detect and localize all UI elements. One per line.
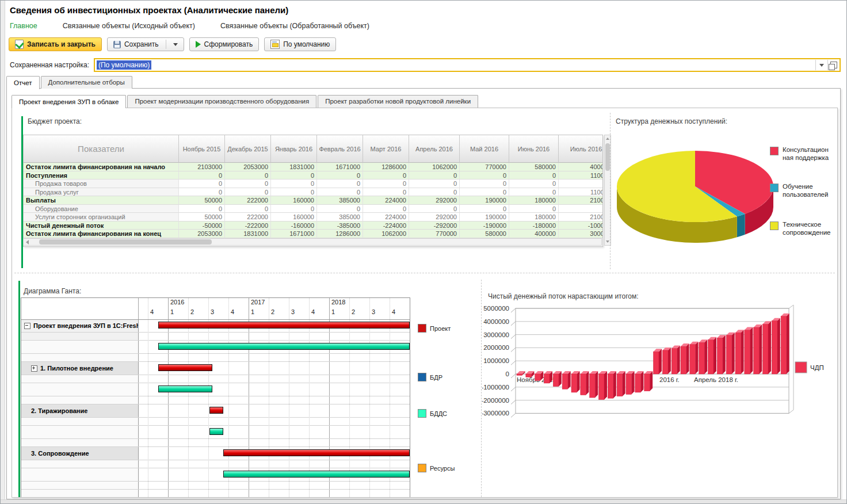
cashflow-bar <box>544 371 553 383</box>
budget-title: Бюджет проекта: <box>28 117 82 125</box>
save-and-close-button[interactable]: Записать и закрыть <box>9 37 102 51</box>
report-frame: Проект внедрения ЗУП в облакеПроект моде… <box>6 88 841 499</box>
cashflow-bar <box>763 321 772 374</box>
play-icon <box>196 41 201 48</box>
tab-project-1[interactable]: Проект модернизации производственного об… <box>127 95 316 108</box>
report-tabs: ОтчетДополнительные отборы <box>6 76 133 89</box>
tab-project-0[interactable]: Проект внедрения ЗУП в облаке <box>12 95 126 108</box>
cashflow-bar <box>590 371 598 398</box>
scroll-up-icon[interactable] <box>606 138 609 140</box>
vscroll-thumb[interactable] <box>605 143 610 171</box>
legend-label: БДДС <box>430 410 447 417</box>
row-label: Остаток лимита финансирования на конец <box>24 230 179 238</box>
panel-divider <box>610 113 611 269</box>
setting-dropdown-button[interactable] <box>816 59 827 71</box>
save-button[interactable]: Сохранить <box>107 37 184 51</box>
default-settings-button[interactable]: По умолчанию <box>264 37 336 51</box>
cell-value: 2053000 <box>225 163 271 171</box>
legend-swatch <box>770 147 779 155</box>
gantt-row-label <box>21 426 138 438</box>
gantt-row <box>21 354 410 362</box>
quarter-label: 3 <box>372 308 375 315</box>
budget-table: ПоказателиНоябрь 2015Декабрь 2015Январь … <box>23 135 603 247</box>
cashflow-bar <box>699 339 708 374</box>
cell-value: 0 <box>317 188 363 197</box>
cashflow-bar <box>562 371 571 389</box>
cell-value: 0 <box>317 171 363 180</box>
cell-value: 0 <box>271 188 317 197</box>
hscroll-thumb[interactable] <box>39 239 212 245</box>
cell-value: 292000 <box>409 213 460 222</box>
nav-link-1[interactable]: Связанные объекты (Исходный объект) <box>63 22 195 30</box>
chevron-down-icon[interactable] <box>173 43 178 46</box>
quarter-label: 2 <box>352 308 355 315</box>
saved-setting-input[interactable]: (По умолчанию) <box>94 58 841 72</box>
tab-report-0[interactable]: Отчет <box>6 76 40 89</box>
cell-value: 160000 <box>271 196 317 205</box>
table-row: Выплаты500002220001600003850002240002920… <box>24 196 603 205</box>
gantt-bar-red <box>223 449 410 456</box>
default-settings-icon <box>270 40 280 49</box>
nav-link-0[interactable]: Главное <box>10 22 37 30</box>
tab-report-1[interactable]: Дополнительные отборы <box>41 76 132 89</box>
cell-value: 0 <box>225 180 271 188</box>
cell-value: 110000 <box>559 188 603 197</box>
default-label: По умолчанию <box>283 40 330 48</box>
task-name: 1. Пилотное внедрение <box>40 365 113 372</box>
gantt-bar-red <box>158 322 410 329</box>
table-row: Поступления00000000110000 <box>24 171 603 180</box>
cell-value: 0 <box>363 171 409 180</box>
column-header: Февраль 2016 <box>317 135 363 163</box>
cell-value: 0 <box>179 205 225 213</box>
collapse-icon[interactable] <box>24 323 30 329</box>
legend-label: ЧДП <box>810 364 824 371</box>
gantt-row: 3. Сопровождение <box>21 447 410 460</box>
pie-title: Структура денежных поступлений: <box>616 117 727 125</box>
scroll-down-icon[interactable] <box>606 240 609 243</box>
nav-link-2[interactable]: Связанные объекты (Обработанный объект) <box>220 22 369 30</box>
cell-value: 222000 <box>225 196 271 205</box>
cashflow-bar <box>735 330 744 374</box>
row-label: Поступления <box>24 171 179 180</box>
save-and-close-label: Записать и закрыть <box>27 40 96 48</box>
quarter-label: 4 <box>150 308 154 315</box>
cashflow-bar <box>581 371 589 395</box>
generate-button[interactable]: Сформировать <box>189 37 260 51</box>
legend-swatch <box>795 362 807 373</box>
cell-value: 1671000 <box>271 230 317 238</box>
column-header: Июнь 2016 <box>509 135 559 163</box>
tab-project-2[interactable]: Проект разработки новой продуктовой лине… <box>318 95 478 108</box>
cell-value: 2103000 <box>179 163 225 171</box>
cell-value: 770000 <box>409 230 460 238</box>
cell-value: 580000 <box>460 230 509 238</box>
cell-value: 385000 <box>317 196 363 205</box>
cell-value: 50000 <box>179 213 225 222</box>
cell-value: 0 <box>460 171 509 180</box>
scroll-left-icon[interactable] <box>26 240 29 245</box>
cell-value: 400000 <box>559 163 603 171</box>
cashflow-bar <box>553 371 562 387</box>
gantt-chart: Проект внедрения ЗУП в 1C:Fresh1. Пилотн… <box>21 297 410 498</box>
cell-value: 0 <box>317 205 363 213</box>
gantt-row <box>21 418 410 426</box>
cashflow-bar <box>681 343 689 374</box>
cashflow-bar <box>662 348 671 374</box>
gantt-bar-red <box>158 364 213 371</box>
gantt-row-label <box>21 341 138 353</box>
cell-value: 770000 <box>460 163 509 171</box>
cell-value: 0 <box>271 205 317 213</box>
setting-choose-button[interactable] <box>828 59 840 71</box>
gantt-row <box>21 426 410 439</box>
gantt-bar-teal <box>209 428 224 435</box>
gantt-row <box>21 468 410 482</box>
cashflow-bar <box>781 314 789 374</box>
budget-table-hscrollbar[interactable] <box>23 238 602 246</box>
year-label: 2016 <box>170 299 184 306</box>
y-tick-label: -1000000 <box>482 384 509 391</box>
cashflow-bar <box>571 371 580 392</box>
window-bottom-frame <box>1 499 846 503</box>
cell-value: 210000 <box>559 213 603 222</box>
choose-from-list-icon <box>830 62 837 68</box>
expand-icon[interactable] <box>31 365 37 372</box>
cell-value: 0 <box>509 180 559 188</box>
